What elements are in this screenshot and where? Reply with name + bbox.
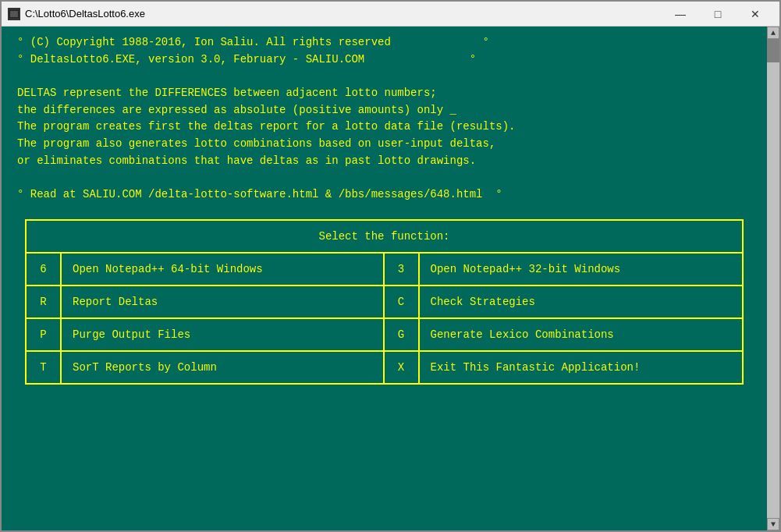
title-controls: — □ ✕ xyxy=(662,3,773,25)
console-line-3 xyxy=(17,68,751,85)
console-line-9 xyxy=(17,170,751,187)
menu-label-3[interactable]: Open Notepad++ 32-bit Windows xyxy=(420,254,743,285)
menu-label-r[interactable]: Report Deltas xyxy=(62,286,383,317)
close-button[interactable]: ✕ xyxy=(737,3,773,25)
console-line-7: The program also generates lotto combina… xyxy=(17,136,751,153)
menu-row-2-left: R Report Deltas xyxy=(27,286,383,319)
console-line-10: ° Read at SALIU.COM /delta-lotto-softwar… xyxy=(17,186,751,204)
menu-key-x[interactable]: X xyxy=(385,352,420,383)
menu-row-3-right: G Generate Lexico Combinations xyxy=(385,319,743,352)
window-title: C:\Lotto6\DeltasLotto6.exe xyxy=(25,8,145,20)
window-body: ° (C) Copyright 1988-2016, Ion Saliu. Al… xyxy=(2,27,779,530)
title-bar: C:\Lotto6\DeltasLotto6.exe — □ ✕ xyxy=(2,2,779,27)
menu-right-col: 3 Open Notepad++ 32-bit Windows C Check … xyxy=(385,254,743,383)
menu-label-x[interactable]: Exit This Fantastic Application! xyxy=(420,352,743,383)
menu-key-c[interactable]: C xyxy=(385,286,420,317)
menu-label-g[interactable]: Generate Lexico Combinations xyxy=(420,319,743,350)
scrollbar-track[interactable] xyxy=(767,39,779,518)
title-bar-left: C:\Lotto6\DeltasLotto6.exe xyxy=(8,8,145,20)
console-area: ° (C) Copyright 1988-2016, Ion Saliu. Al… xyxy=(2,27,767,530)
scrollbar-thumb[interactable] xyxy=(767,39,779,62)
maximize-button[interactable]: □ xyxy=(700,3,736,25)
menu-label-p[interactable]: Purge Output Files xyxy=(62,319,383,350)
menu-row-4-left: T SorT Reports by Column xyxy=(27,352,383,383)
menu-key-t[interactable]: T xyxy=(27,352,62,383)
menu-grid: 6 Open Notepad++ 64-bit Windows R Report… xyxy=(27,254,742,383)
menu-key-3[interactable]: 3 xyxy=(385,254,420,285)
console-line-1: ° (C) Copyright 1988-2016, Ion Saliu. Al… xyxy=(17,34,751,51)
console-line-5: the differences are expressed as absolut… xyxy=(17,102,751,119)
menu-key-g[interactable]: G xyxy=(385,319,420,350)
console-line-4: DELTAS represent the DIFFERENCES between… xyxy=(17,85,751,102)
main-window: C:\Lotto6\DeltasLotto6.exe — □ ✕ ° (C) C… xyxy=(0,0,781,532)
menu-title: Select the function: xyxy=(27,221,742,254)
menu-left-col: 6 Open Notepad++ 64-bit Windows R Report… xyxy=(27,254,385,383)
console-line-8: or eliminates combinations that have del… xyxy=(17,153,751,170)
console-line-6: The program creates first the deltas rep… xyxy=(17,119,751,136)
menu-label-t[interactable]: SorT Reports by Column xyxy=(62,352,383,383)
console-line-2: ° DeltasLotto6.EXE, version 3.0, Februar… xyxy=(17,51,751,69)
menu-row-4-right: X Exit This Fantastic Application! xyxy=(385,352,743,383)
minimize-button[interactable]: — xyxy=(662,3,698,25)
menu-key-6[interactable]: 6 xyxy=(27,254,62,285)
menu-box: Select the function: 6 Open Notepad++ 64… xyxy=(25,219,744,385)
menu-label-6[interactable]: Open Notepad++ 64-bit Windows xyxy=(62,254,383,285)
menu-label-c[interactable]: Check Strategies xyxy=(420,286,743,317)
menu-row-1-left: 6 Open Notepad++ 64-bit Windows xyxy=(27,254,383,286)
app-icon xyxy=(8,8,20,20)
menu-row-1-right: 3 Open Notepad++ 32-bit Windows xyxy=(385,254,743,286)
menu-row-2-right: C Check Strategies xyxy=(385,286,743,319)
menu-key-r[interactable]: R xyxy=(27,286,62,317)
menu-key-p[interactable]: P xyxy=(27,319,62,350)
scrollbar[interactable]: ▲ ▼ xyxy=(767,27,779,530)
scrollbar-down-arrow[interactable]: ▼ xyxy=(767,518,779,530)
scrollbar-up-arrow[interactable]: ▲ xyxy=(767,27,779,39)
menu-row-3-left: P Purge Output Files xyxy=(27,319,383,352)
